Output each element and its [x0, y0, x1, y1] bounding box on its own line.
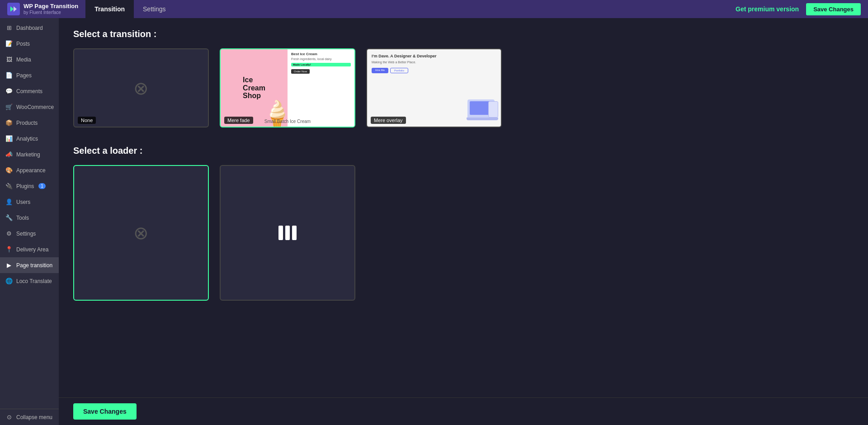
loader-cards-row: ⊗ [73, 165, 854, 301]
transition-card-mere-overlay[interactable]: I'm Dave. A Designer & Developer Making … [366, 48, 502, 128]
sidebar-label-appearance: Appearance [16, 167, 46, 174]
sidebar-label-settings: Settings [16, 231, 36, 237]
sidebar-item-pages[interactable]: 📄Pages [0, 67, 59, 83]
loader-section-title: Select a loader : [73, 146, 854, 156]
card-label-mere-fade: Mere fade [224, 117, 253, 124]
ovp-outline-btn: Portfolio [390, 68, 408, 73]
plugin-logo: WP Page Transition by Fluent Interface [7, 3, 78, 15]
sidebar-item-settings[interactable]: ⚙Settings [0, 226, 59, 241]
ovp-btn-row: Hire Me Portfolio [372, 68, 496, 73]
icp-btn: Order Now [291, 69, 310, 74]
appearance-icon: 🎨 [5, 167, 13, 174]
plugin-logo-icon [7, 3, 20, 15]
sidebar-label-page-transition: Page transition [16, 262, 52, 269]
sidebar-label-posts: Posts [16, 41, 30, 47]
users-icon: 👤 [5, 198, 13, 205]
analytics-icon: 📊 [5, 135, 13, 142]
sidebar-label-analytics: Analytics [16, 136, 38, 142]
bottom-bar: Save Changes [59, 397, 868, 425]
sidebar-item-media[interactable]: 🖼Media [0, 52, 59, 67]
sidebar-item-delivery-area[interactable]: 📍Delivery Area [0, 241, 59, 257]
transition-card-mere-fade[interactable]: IceCreamShop 🍦 Best Ice Cream Fresh ingr… [220, 48, 355, 128]
sidebar-item-users[interactable]: 👤Users [0, 194, 59, 210]
sidebar-label-media: Media [16, 57, 31, 63]
plugin-title-text: WP Page Transition by Fluent Interface [24, 3, 78, 14]
icp-badge: Made Locally! [291, 63, 351, 66]
tab-settings[interactable]: Settings [134, 0, 175, 18]
sidebar-item-woocommerce[interactable]: 🛒WooCommerce [0, 99, 59, 115]
sidebar: ⊞Dashboard📝Posts🖼Media📄Pages💬Comments🛒Wo… [0, 18, 59, 425]
topbar: WP Page Transition by Fluent Interface T… [0, 0, 868, 18]
transition-card-none[interactable]: ⊗ None [73, 48, 209, 128]
loader-bar-3 [292, 226, 297, 240]
loco-translate-icon: 🌐 [5, 278, 13, 284]
tab-transition[interactable]: Transition [85, 0, 134, 18]
ovp-title: I'm Dave. A Designer & Developer [372, 54, 496, 58]
ovp-sub: Making the Web a Better Place. [372, 60, 496, 65]
badge-plugins: 1 [38, 183, 46, 189]
ovp-phone [488, 101, 498, 118]
card-label-mere-overlay: Mere overlay [371, 117, 406, 124]
loader-card-bars[interactable] [220, 165, 355, 301]
get-premium-link[interactable]: Get premium version [736, 5, 799, 13]
card-label-none: None [78, 117, 96, 124]
posts-icon: 📝 [5, 40, 13, 47]
layout: ⊞Dashboard📝Posts🖼Media📄Pages💬Comments🛒Wo… [0, 18, 868, 425]
sidebar-item-plugins[interactable]: 🔌Plugins1 [0, 178, 59, 194]
sidebar-item-marketing[interactable]: 📣Marketing [0, 146, 59, 162]
page-transition-icon: ▶ [5, 262, 13, 269]
sidebar-label-products: Products [16, 120, 38, 126]
sidebar-label-plugins: Plugins [16, 183, 34, 189]
transition-cards-row: ⊗ None IceCreamShop 🍦 Best Ice Cream Fre… [73, 48, 854, 128]
sidebar-label-delivery-area: Delivery Area [16, 246, 48, 253]
loader-card-none[interactable]: ⊗ [73, 165, 209, 301]
ovp-device [467, 99, 498, 124]
ovp-laptop-base [467, 118, 498, 120]
sidebar-label-loco-translate: Loco Translate [16, 278, 52, 284]
ovp-primary-btn: Hire Me [372, 68, 388, 73]
ice-cream-preview: IceCreamShop 🍦 Best Ice Cream Fresh ingr… [221, 49, 354, 127]
plugins-icon: 🔌 [5, 183, 13, 189]
save-changes-bottom-button[interactable]: Save Changes [73, 403, 137, 420]
sidebar-item-dashboard[interactable]: ⊞Dashboard [0, 20, 59, 36]
collapse-label: Collapse menu [16, 414, 52, 420]
icp-right: Best Ice Cream Fresh ingredients, local … [288, 49, 354, 127]
none-x-icon: ⊗ [133, 79, 149, 97]
products-icon: 📦 [5, 119, 13, 126]
sidebar-label-comments: Comments [16, 88, 42, 94]
sidebar-label-dashboard: Dashboard [16, 25, 43, 31]
plugin-by: by Fluent Interface [24, 10, 78, 15]
loader-bar-2 [285, 226, 290, 240]
tools-icon: 🔧 [5, 214, 13, 221]
comments-icon: 💬 [5, 88, 13, 94]
plugin-name: WP Page Transition [24, 3, 78, 9]
delivery-area-icon: 📍 [5, 246, 13, 253]
sidebar-label-tools: Tools [16, 215, 29, 221]
collapse-icon: ⊙ [5, 414, 13, 420]
sidebar-label-pages: Pages [16, 72, 32, 79]
sidebar-collapse[interactable]: ⊙Collapse menu [0, 409, 59, 425]
pages-icon: 📄 [5, 72, 13, 79]
sidebar-item-comments[interactable]: 💬Comments [0, 83, 59, 99]
sidebar-item-appearance[interactable]: 🎨Appearance [0, 162, 59, 178]
sidebar-label-woocommerce: WooCommerce [16, 104, 54, 110]
sidebar-item-analytics[interactable]: 📊Analytics [0, 131, 59, 146]
sidebar-item-tools[interactable]: 🔧Tools [0, 210, 59, 226]
marketing-icon: 📣 [5, 151, 13, 158]
loader-bar-1 [278, 226, 283, 240]
topbar-right: Get premium version Save Changes [736, 3, 861, 15]
woocommerce-icon: 🛒 [5, 104, 13, 110]
icp-caption: Small Batch Ice Cream [264, 119, 311, 124]
sidebar-item-loco-translate[interactable]: 🌐Loco Translate [0, 273, 59, 289]
transition-section-title: Select a transition : [73, 29, 854, 39]
none-loader-x-icon: ⊗ [133, 224, 149, 242]
sidebar-item-page-transition[interactable]: ▶Page transition [0, 257, 59, 273]
loader-bars [278, 226, 297, 240]
sidebar-item-posts[interactable]: 📝Posts [0, 36, 59, 52]
icp-right-sub: Fresh ingredients, local dairy [291, 57, 351, 61]
settings-icon: ⚙ [5, 230, 13, 237]
icp-title: IceCreamShop [243, 76, 265, 100]
save-changes-top-button[interactable]: Save Changes [806, 3, 861, 15]
sidebar-label-marketing: Marketing [16, 151, 40, 158]
sidebar-item-products[interactable]: 📦Products [0, 115, 59, 131]
